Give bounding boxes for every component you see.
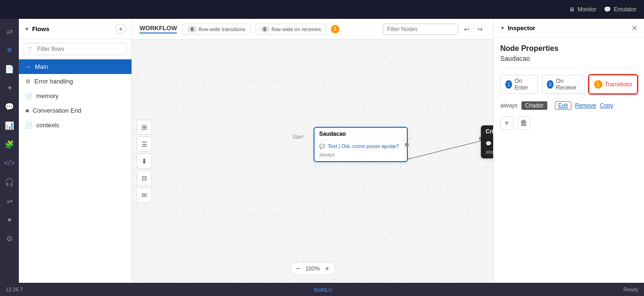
- flows-panel: ▼ Flows + ▽ → Main ⚙ Error handling 📄 me…: [19, 19, 132, 283]
- node-saudacao-connector-dot: [405, 143, 409, 147]
- flows-search-input[interactable]: [24, 43, 127, 55]
- canvas-list-icon[interactable]: ☰: [137, 137, 152, 152]
- flow-item-main[interactable]: → Main: [19, 59, 132, 74]
- criador-text-icon: 💬: [486, 141, 491, 146]
- inspector-arrow-icon: ▼: [500, 25, 505, 31]
- monitor-label: Monitor: [578, 6, 596, 13]
- flow-item-memory[interactable]: 📄 memory: [19, 89, 132, 103]
- transition-copy-button[interactable]: Copy: [600, 101, 613, 110]
- node-criador-title: Criador: [486, 128, 493, 135]
- inspector-close-button[interactable]: ✕: [631, 24, 637, 33]
- flows-title: Flows: [32, 25, 50, 33]
- transitions-badge: 1: [594, 80, 603, 89]
- zoom-level-label: 100%: [304, 265, 321, 272]
- search-icon: ▽: [27, 46, 32, 52]
- monitor-item[interactable]: 🖥 Monitor: [569, 6, 596, 13]
- canvas-align-icon[interactable]: ⊟: [137, 171, 152, 186]
- flow-item-label: Main: [35, 63, 48, 70]
- transition-add-button[interactable]: +: [500, 116, 513, 130]
- on-enter-badge: 1: [505, 80, 512, 89]
- flow-wide-receives-button[interactable]: 0 flow-wide on receives: [256, 24, 326, 35]
- sidebar-circle-icon[interactable]: ●: [1, 211, 18, 228]
- sidebar-puzzle-icon[interactable]: 🧩: [1, 136, 18, 153]
- transition-delete-button[interactable]: 🗑: [517, 116, 530, 130]
- flow-item-contexts[interactable]: 📄 contexts: [19, 118, 132, 132]
- transition-edit-button[interactable]: Edit: [555, 101, 571, 110]
- zoom-out-button[interactable]: −: [296, 264, 300, 273]
- transition-add-row: + 🗑: [500, 116, 637, 130]
- redo-button[interactable]: ↪: [474, 24, 486, 35]
- status-bar: 12.26.7 BotNLU Ready: [0, 283, 644, 296]
- inspector-node-name: Saudacao: [500, 55, 637, 68]
- sidebar-swap-icon[interactable]: ⇌: [1, 192, 18, 209]
- tab-transitions[interactable]: 1 Transitions: [589, 75, 637, 94]
- sidebar-headset-icon[interactable]: 🎧: [1, 173, 18, 190]
- sidebar-gear-icon[interactable]: ⚙: [1, 230, 18, 247]
- transition-remove-button[interactable]: Remove: [575, 101, 596, 110]
- workflow-canvas[interactable]: Start Saudacao 💬 Text | Olá, como posso …: [132, 40, 493, 283]
- svg-line-0: [405, 141, 481, 160]
- flows-search-area: ▽: [19, 39, 132, 59]
- flow-square-icon: ■: [25, 107, 29, 114]
- sidebar-share-icon[interactable]: ⇄: [1, 23, 18, 40]
- flow-item-conversation-end[interactable]: ■ Conversation End: [19, 103, 132, 118]
- flow-doc2-icon: 📄: [25, 122, 33, 129]
- inspector-body: Node Properties Saudacao 1 On Enter 0 On…: [494, 38, 644, 283]
- inspector-header-left: ▼ Inspector: [500, 25, 535, 32]
- sidebar-chat-icon[interactable]: 💬: [1, 98, 18, 115]
- flow-wide-transitions-button[interactable]: 0 flow-wide transitions: [182, 24, 250, 35]
- flows-arrow-icon: ▼: [25, 26, 29, 32]
- flows-add-button[interactable]: +: [116, 24, 126, 34]
- undo-button[interactable]: ↩: [461, 24, 472, 35]
- inspector-tabs: 1 On Enter 0 On Receive 1 Transitions: [500, 75, 637, 94]
- main-layout: ⇄ ≡ 📄 ✦ 💬 📊 🧩 </> 🎧 ⇌ ● ⚙ ▼ Flows + ▽: [0, 19, 644, 283]
- workflow-header: WORKFLOW 0 flow-wide transitions 0 flow-…: [132, 19, 493, 40]
- sidebar-code-icon[interactable]: </>: [1, 155, 18, 172]
- node-saudacao[interactable]: Saudacao 💬 Text | Olá, como posso ajudar…: [314, 127, 408, 162]
- flow-item-label: contexts: [36, 122, 59, 129]
- canvas-connectors: [132, 40, 493, 283]
- sidebar-doc-icon[interactable]: 📄: [1, 60, 18, 77]
- emulator-item[interactable]: 💬 Emulator: [604, 6, 636, 13]
- sidebar-flow-icon[interactable]: ≡: [1, 41, 18, 58]
- top-bar: 🖥 Monitor 💬 Emulator: [0, 0, 644, 19]
- flow-item-label: Conversation End: [33, 107, 81, 114]
- transition-actions: Edit Remove Copy: [555, 101, 613, 110]
- node-saudacao-header: Saudacao: [314, 128, 407, 140]
- canvas-mail-icon[interactable]: ✉: [137, 188, 152, 203]
- node-criador-header: Criador: [481, 125, 493, 138]
- text-icon: 💬: [319, 144, 325, 149]
- tab-on-enter[interactable]: 1 On Enter: [500, 75, 538, 94]
- flows-header-left: ▼ Flows: [25, 25, 50, 33]
- transition-row: always Criador Edit Remove Copy: [500, 101, 637, 110]
- canvas-copy-icon[interactable]: ⊞: [137, 120, 152, 135]
- transitions-tab-label: Transitions: [605, 81, 632, 88]
- transition-target-label: Criador: [521, 101, 547, 110]
- flow-item-error[interactable]: ⚙ Error handling: [19, 74, 132, 89]
- canvas-zoom-toolbar: − 100% +: [290, 262, 336, 275]
- flow-doc-icon: 📄: [25, 93, 33, 99]
- workflow-title: WORKFLOW: [140, 25, 177, 33]
- sidebar-chart-icon[interactable]: 📊: [1, 117, 18, 134]
- flow-arrow-icon: →: [25, 64, 31, 70]
- monitor-icon: 🖥: [569, 6, 575, 13]
- node-props-title: Node Properties: [500, 44, 637, 53]
- inspector-title: Inspector: [508, 25, 536, 32]
- node-saudacao-body: 💬 Text | Olá, como posso ajudar? always: [314, 140, 407, 161]
- sidebar-node-icon[interactable]: ✦: [1, 79, 18, 96]
- zoom-in-button[interactable]: +: [325, 264, 329, 273]
- filter-nodes-area: ↩ ↪: [383, 24, 486, 35]
- node-criador[interactable]: Criador 💬 Text | Grupo Chatbot me criou …: [481, 125, 493, 158]
- canvas-left-toolbar: ⊞ ☰ ⬇ ⊟ ✉: [137, 120, 152, 203]
- status-version: 12.26.7: [6, 287, 23, 292]
- flows-list: → Main ⚙ Error handling 📄 memory ■ Conve…: [19, 59, 132, 283]
- inspector-panel: ▼ Inspector ✕ Node Properties Saudacao 1…: [493, 19, 644, 283]
- canvas-import-icon[interactable]: ⬇: [137, 154, 152, 169]
- node-saudacao-content: 💬 Text | Olá, como posso ajudar?: [319, 143, 402, 149]
- tab-on-receive[interactable]: 0 On Receive: [542, 75, 585, 94]
- on-receive-badge: 0: [547, 80, 553, 89]
- filter-nodes-input[interactable]: [383, 24, 458, 35]
- inspector-header: ▼ Inspector ✕: [494, 19, 644, 38]
- emulator-label: Emulator: [614, 6, 636, 13]
- status-brand: BotNLU: [314, 286, 332, 293]
